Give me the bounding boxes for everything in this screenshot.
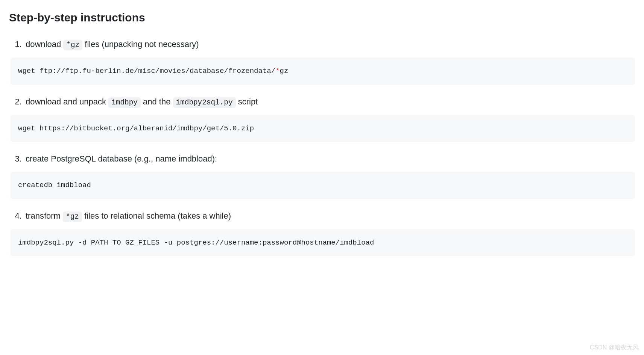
step-item: transform *gz files to relational schema…	[24, 210, 635, 257]
code-block[interactable]: wget ftp://ftp.fu-berlin.de/misc/movies/…	[11, 57, 635, 85]
steps-list: download *gz files (unpacking not necess…	[9, 38, 635, 256]
step-text-before: create PostgreSQL database (e.g., name i…	[26, 154, 217, 163]
inline-code: imdbpy	[108, 97, 141, 108]
code-text: createdb imdbload	[18, 181, 91, 189]
step-item: download and unpack imdbpy and the imdbp…	[24, 95, 635, 142]
inline-code: *gz	[63, 211, 82, 222]
step-item: download *gz files (unpacking not necess…	[24, 38, 635, 85]
code-text: imdbpy2sql.py -d PATH_TO_GZ_FILES -u pos…	[18, 239, 374, 247]
code-block[interactable]: createdb imdbload	[11, 172, 635, 199]
step-text: transform *gz files to relational schema…	[26, 211, 231, 221]
step-text-before: transform	[26, 211, 63, 221]
code-block[interactable]: imdbpy2sql.py -d PATH_TO_GZ_FILES -u pos…	[11, 229, 635, 257]
step-text: create PostgreSQL database (e.g., name i…	[26, 154, 217, 163]
step-text-before: download	[26, 39, 63, 49]
inline-code: imdbpy2sql.py	[173, 97, 236, 108]
step-text-mid: files to relational schema (takes a whil…	[82, 211, 231, 221]
code-text-highlight: *	[275, 67, 279, 75]
step-text: download and unpack imdbpy and the imdbp…	[26, 97, 258, 106]
step-text-mid: and the	[141, 97, 173, 106]
inline-code: *gz	[63, 40, 82, 50]
step-text: download *gz files (unpacking not necess…	[26, 39, 199, 49]
code-text: gz	[280, 67, 289, 75]
code-block[interactable]: wget https://bitbucket.org/alberanid/imd…	[11, 115, 635, 142]
step-text-before: download and unpack	[26, 97, 108, 106]
code-text: wget ftp://ftp.fu-berlin.de/misc/movies/…	[18, 67, 275, 75]
code-text: wget https://bitbucket.org/alberanid/imd…	[18, 124, 254, 133]
step-item: create PostgreSQL database (e.g., name i…	[24, 153, 635, 199]
step-text-mid: files (unpacking not necessary)	[82, 39, 199, 49]
section-heading: Step-by-step instructions	[9, 9, 635, 29]
step-text-after: script	[236, 97, 258, 106]
